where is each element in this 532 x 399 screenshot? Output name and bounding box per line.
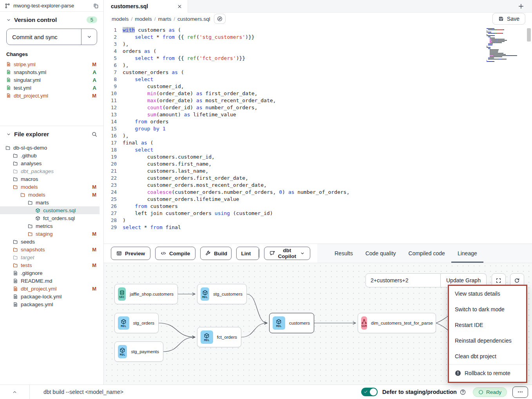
panel-tab-results[interactable]: Results xyxy=(328,244,359,263)
tree-item-status: M xyxy=(92,184,96,190)
file-explorer-section: File explorer db-sl-qs-demo.githubanalys… xyxy=(0,126,103,308)
tree-item-db-sl-qs-demo[interactable]: db-sl-qs-demo xyxy=(0,144,100,152)
tree-item-metrics[interactable]: metrics xyxy=(0,222,100,230)
lineage-node-stg-customers[interactable]: MDLstg_customers xyxy=(197,284,247,304)
lint-button[interactable]: Lint xyxy=(237,247,256,260)
file-navigate-button[interactable] xyxy=(214,14,226,24)
lineage-node-stg-payments[interactable]: MDLstg_payments xyxy=(114,341,163,362)
tree-item-dbt-packages[interactable]: dbt_packages xyxy=(0,167,100,175)
dbt-copilot-button[interactable]: dbt Copilot xyxy=(264,247,310,260)
change-item-test-yml[interactable]: test.ymlA xyxy=(6,84,97,92)
tree-item-status: M xyxy=(92,262,96,268)
tree-item-fct-orders-sql[interactable]: fct_orders.sql xyxy=(0,214,100,222)
node-type-badge: MDL xyxy=(276,325,282,328)
tab-customers-sql[interactable]: customers.sql xyxy=(104,0,188,13)
tree-item-marts[interactable]: marts xyxy=(0,199,100,206)
code-line: 21 customers.last_name, xyxy=(104,168,532,175)
panel-tab-code-quality[interactable]: Code quality xyxy=(359,244,402,263)
lint-options-button[interactable] xyxy=(259,247,259,260)
line-number: 29 xyxy=(104,224,123,231)
commit-options-button[interactable] xyxy=(81,29,97,45)
lineage-node-fct-orders[interactable]: MDLfct_orders xyxy=(197,327,241,347)
change-item-singular-yml[interactable]: singular.ymlA xyxy=(6,76,97,84)
minimap[interactable] xyxy=(487,28,509,62)
file-icon xyxy=(13,286,18,291)
menu-item-switch-to-dark-mode[interactable]: Switch to dark mode xyxy=(449,302,526,317)
editor-scrollbar[interactable] xyxy=(527,28,531,42)
tree-item-snapshots[interactable]: snapshotsM xyxy=(0,246,100,253)
tree-item-customers-sql[interactable]: customers.sql xyxy=(0,206,100,214)
lineage-node-customers[interactable]: MDLcustomers xyxy=(269,313,314,333)
code-line: 1with customers as ( xyxy=(104,27,532,34)
more-options-button[interactable] xyxy=(512,386,528,398)
new-tab-button[interactable] xyxy=(518,0,524,13)
copy-icon[interactable] xyxy=(93,3,99,9)
search-icon[interactable] xyxy=(92,132,97,137)
folder-icon xyxy=(28,231,33,237)
change-item-dbt-project-yml[interactable]: dbt_project.ymlM xyxy=(6,92,97,99)
lineage-selector-input[interactable] xyxy=(366,273,441,287)
status-badge-ready[interactable]: Ready xyxy=(473,387,507,397)
code-editor[interactable]: 1with customers as (2 select * from {{ r… xyxy=(104,25,532,244)
tree-item-name: macros xyxy=(21,176,96,182)
build-button[interactable]: Build xyxy=(201,247,231,260)
line-number: 21 xyxy=(104,168,123,175)
tree-item-status: M xyxy=(92,286,96,292)
plus-icon xyxy=(518,3,524,9)
tree-item-seeds[interactable]: seeds xyxy=(0,238,100,246)
lineage-node-stg-orders[interactable]: MDLstg_orders xyxy=(114,313,159,333)
node-label: fct_orders xyxy=(217,335,237,339)
lineage-node-dim-customers-test-for-parse[interactable]: SEMdim_customers_test_for_parse xyxy=(358,313,436,333)
menu-item-clean-dbt-project[interactable]: Clean dbt project xyxy=(449,348,526,364)
menu-item-rollback-to-remote[interactable]: Rollback to remote xyxy=(449,365,526,382)
change-item-snapshots-yml[interactable]: snapshots.ymlA xyxy=(6,68,97,76)
line-number: 24 xyxy=(104,189,123,196)
lineage-edge xyxy=(163,337,195,352)
tree-item-macros[interactable]: macros xyxy=(0,175,100,183)
tree-item-models[interactable]: modelsM xyxy=(0,183,100,191)
tree-item-packages-yml[interactable]: packages.yml xyxy=(0,300,100,308)
menu-item-restart-ide[interactable]: Restart IDE xyxy=(449,317,526,333)
panel-tab-lineage[interactable]: Lineage xyxy=(451,244,483,263)
chevron-down-icon[interactable] xyxy=(6,18,11,22)
fullscreen-icon xyxy=(496,278,501,283)
lineage-node-jaffle-shop-customers[interactable]: SRCjaffle_shop.customers xyxy=(114,284,178,304)
save-button[interactable]: Save xyxy=(492,13,525,25)
panel-tab-compiled-code[interactable]: Compiled code xyxy=(402,244,451,263)
breadcrumb-customers-sql[interactable]: customers.sql xyxy=(177,16,210,22)
tree-item-package-lock-yml[interactable]: package-lock.yml xyxy=(0,292,100,300)
cube-icon: MDL xyxy=(118,345,127,358)
command-input[interactable]: dbt build --select <model_name> xyxy=(43,389,123,395)
code-line: 20 customers.first_name, xyxy=(104,161,532,168)
change-item-stripe-yml[interactable]: stripe.ymlM xyxy=(6,60,97,68)
collapse-panel-button[interactable] xyxy=(0,390,29,395)
help-icon[interactable] xyxy=(460,389,466,395)
tree-item-target[interactable]: target xyxy=(0,253,100,261)
tree-item-dbt-project-yml[interactable]: dbt_project.ymlM xyxy=(0,285,100,292)
chevron-down-icon[interactable] xyxy=(6,132,11,137)
tree-item-github[interactable]: .github xyxy=(0,152,100,159)
close-icon[interactable] xyxy=(177,4,182,9)
tree-item-gitignore[interactable]: .gitignore xyxy=(0,269,100,277)
menu-item-reinstall-dependencies[interactable]: Reinstall dependencies xyxy=(449,333,526,348)
code-line: 9 customer_id, xyxy=(104,83,532,90)
change-status: M xyxy=(92,61,97,67)
alert-icon xyxy=(455,370,461,376)
tree-item-tests[interactable]: testsM xyxy=(0,261,100,269)
tree-item-models[interactable]: modelsM xyxy=(0,191,100,199)
preview-button[interactable]: Preview xyxy=(111,247,150,260)
commit-and-sync-button[interactable]: Commit and sync xyxy=(6,29,97,45)
tree-item-analyses[interactable]: analyses xyxy=(0,159,100,167)
change-status: M xyxy=(92,93,97,99)
compile-button[interactable]: Compile xyxy=(155,247,195,260)
tree-item-staging[interactable]: stagingM xyxy=(0,230,100,238)
change-status: A xyxy=(93,77,97,83)
breadcrumb-models[interactable]: models xyxy=(135,16,152,22)
breadcrumb-models[interactable]: models xyxy=(112,16,129,22)
breadcrumb-marts[interactable]: marts xyxy=(158,16,172,22)
cube-icon: MDL xyxy=(118,316,129,330)
defer-toggle[interactable] xyxy=(361,388,378,396)
menu-item-view-status-details[interactable]: View status details xyxy=(449,286,526,302)
line-number: 7 xyxy=(104,69,123,76)
tree-item-readme-md[interactable]: README.md xyxy=(0,277,100,285)
